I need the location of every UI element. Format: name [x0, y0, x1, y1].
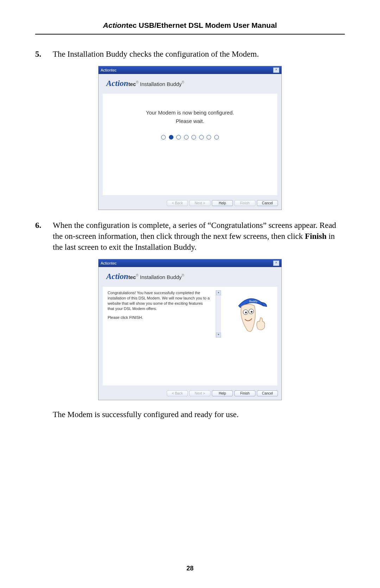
progress-dot	[191, 135, 196, 140]
progress-dot	[214, 135, 219, 140]
logo-bold: tec	[128, 81, 136, 87]
svg-point-3	[251, 311, 253, 313]
screenshot-2-wrap: Actiontec × Actiontec® Installation Budd…	[35, 259, 345, 400]
help-button[interactable]: Help	[212, 390, 233, 396]
registered-icon: ®	[136, 274, 138, 278]
dialog2-title: Actiontec	[101, 261, 116, 265]
finish-button[interactable]: Finish	[234, 200, 255, 206]
finish-button[interactable]: Finish	[234, 390, 255, 396]
close-icon[interactable]: ×	[273, 260, 279, 266]
mascot-image: Buddy	[224, 290, 277, 338]
progress-dot	[184, 135, 189, 140]
help-button[interactable]: Help	[212, 200, 233, 206]
progress-dot	[161, 135, 166, 140]
step-5-number: 5.	[35, 49, 53, 60]
step-5-text: The Installation Buddy checks the config…	[53, 49, 345, 60]
progress-dot-active	[169, 135, 173, 140]
dialog1-message: Your Modem is now being configured. Plea…	[108, 109, 272, 125]
mascot-cap-label: Buddy	[249, 299, 258, 303]
logo-script: Action	[106, 79, 128, 88]
next-button[interactable]: Next >	[189, 200, 210, 206]
dialog1-msg-line2: Please wait.	[108, 117, 272, 125]
dialog2-logo: Actiontec® Installation Buddy®	[99, 267, 281, 283]
svg-point-2	[245, 312, 247, 314]
back-button[interactable]: < Back	[167, 390, 188, 396]
progress-dot	[207, 135, 211, 140]
step-6-number: 6.	[35, 220, 53, 253]
step-6: 6. When the configuration is complete, a…	[35, 220, 345, 253]
dialog2-para1: Congratulations! You have successfully c…	[108, 290, 210, 311]
logo-script: Action	[106, 272, 128, 281]
registered-icon: ®	[182, 80, 184, 84]
dialog1-footer: < Back Next > Help Finish Cancel	[99, 198, 281, 210]
brand-rest: tec USB/Ethernet DSL Modem User Manual	[126, 21, 277, 29]
step-6-bold: Finish	[305, 232, 327, 241]
scroll-down-icon[interactable]: ▾	[216, 333, 221, 338]
page-header: Actiontec USB/Ethernet DSL Modem User Ma…	[35, 21, 345, 30]
dialog2-para2: Please click FINISH.	[108, 315, 210, 320]
installer-dialog-2: Actiontec × Actiontec® Installation Budd…	[98, 259, 282, 400]
cancel-button[interactable]: Cancel	[257, 200, 278, 206]
cancel-button[interactable]: Cancel	[257, 390, 278, 396]
installer-dialog-1: Actiontec × Actiontec® Installation Budd…	[98, 66, 282, 210]
header-rule	[35, 34, 345, 35]
dialog1-title: Actiontec	[101, 68, 116, 72]
closing-text: The Modem is successfully configured and…	[53, 410, 345, 419]
dialog1-titlebar: Actiontec ×	[99, 66, 281, 74]
scroll-up-icon[interactable]: ▴	[216, 290, 221, 295]
logo-rest: Installation Buddy	[139, 81, 182, 87]
progress-dot	[176, 135, 181, 140]
step-6-text: When the configuration is complete, a se…	[53, 220, 345, 253]
step-6-text-a: When the configuration is complete, a se…	[53, 221, 336, 241]
next-button[interactable]: Next >	[189, 390, 210, 396]
dialog1-logo: Actiontec® Installation Buddy®	[99, 74, 281, 90]
screenshot-1-wrap: Actiontec × Actiontec® Installation Budd…	[35, 66, 345, 210]
dialog2-content: Congratulations! You have successfully c…	[103, 287, 277, 385]
dialog2-titlebar: Actiontec ×	[99, 259, 281, 267]
logo-bold: tec	[128, 274, 136, 280]
progress-indicator	[108, 135, 272, 141]
dialog1-msg-line1: Your Modem is now being configured.	[108, 109, 272, 117]
scrollbar[interactable]: ▴ ▾	[216, 290, 221, 338]
registered-icon: ®	[136, 80, 138, 84]
dialog2-footer: < Back Next > Help Finish Cancel	[99, 388, 281, 400]
progress-dot	[199, 135, 204, 140]
dialog1-content: Your Modem is now being configured. Plea…	[103, 94, 277, 195]
logo-rest: Installation Buddy	[139, 274, 182, 280]
back-button[interactable]: < Back	[167, 200, 188, 206]
registered-icon: ®	[182, 274, 184, 278]
step-5: 5. The Installation Buddy checks the con…	[35, 49, 345, 60]
close-icon[interactable]: ×	[273, 67, 279, 73]
brand-italic: Action	[103, 21, 126, 29]
dialog2-text: Congratulations! You have successfully c…	[108, 290, 212, 338]
page-number: 28	[0, 565, 380, 572]
